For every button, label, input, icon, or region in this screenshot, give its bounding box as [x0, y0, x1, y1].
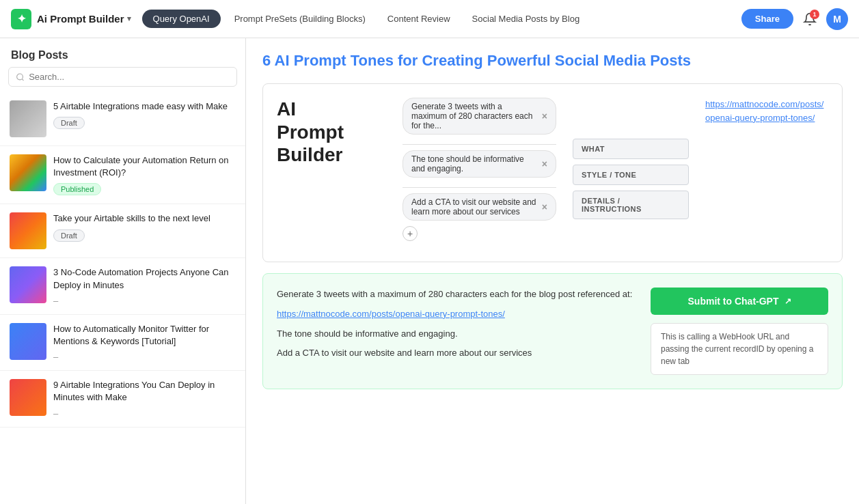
notification-badge: 1 — [810, 10, 819, 19]
prompt-tag: Generate 3 tweets with a maximum of 280 … — [403, 98, 556, 135]
list-item[interactable]: Take your Airtable skills to the next le… — [0, 204, 245, 258]
sidebar-title: Blog Posts — [0, 38, 245, 67]
app-title[interactable]: Ai Prompt Builder ▾ — [37, 13, 131, 25]
sidebar: Blog Posts 5 Airtable Integrations made … — [0, 38, 246, 504]
post-title: 9 Airtable Integrations You Can Deploy i… — [53, 379, 236, 404]
search-bar[interactable] — [8, 67, 237, 87]
generate-text-2: The tone should be informative and engag… — [277, 327, 637, 341]
generate-card: Generate 3 tweets with a maximum of 280 … — [262, 273, 843, 389]
post-title: 5 Airtable Integrations made easy with M… — [53, 100, 236, 113]
post-thumbnail — [10, 266, 46, 303]
prompt-tag: The tone should be informative and engag… — [403, 150, 556, 178]
share-button[interactable]: Share — [741, 9, 793, 29]
main-content: 6 AI Prompt Tones for Creating Powerful … — [246, 38, 859, 504]
notifications-button[interactable]: 1 — [799, 8, 821, 30]
content-review-nav-item[interactable]: Content Review — [379, 10, 459, 28]
divider — [403, 144, 556, 145]
list-item[interactable]: How to Automatically Monitor Twitter for… — [0, 315, 245, 371]
search-input[interactable] — [29, 72, 230, 82]
post-title: 3 No-Code Automation Projects Anyone Can… — [53, 266, 236, 291]
prompt-tags-area: Generate 3 tweets with a maximum of 280 … — [403, 98, 556, 248]
app-logo: ✦ — [11, 9, 31, 29]
prompt-tag: Add a CTA to visit our website and learn… — [403, 193, 556, 221]
list-item[interactable]: 3 No-Code Automation Projects Anyone Can… — [0, 258, 245, 314]
svg-point-0 — [17, 74, 23, 80]
main-layout: Blog Posts 5 Airtable Integrations made … — [0, 38, 859, 504]
list-item[interactable]: How to Calculate your Automation Return … — [0, 146, 245, 204]
remove-tag-button[interactable]: × — [542, 111, 547, 122]
prompt-builder-card: AIPromptBuilder Generate 3 tweets with a… — [262, 83, 843, 262]
prompt-presets-nav-item[interactable]: Prompt PreSets (Building Blocks) — [226, 10, 374, 28]
style-tone-field-label: STYLE / TONE — [573, 165, 689, 185]
status-badge: Draft — [53, 117, 85, 129]
divider — [403, 187, 556, 188]
list-item[interactable]: 9 Airtable Integrations You Can Deploy i… — [0, 371, 245, 427]
status-badge: Published — [53, 183, 101, 195]
prompt-builder-label: AIPromptBuilder — [277, 98, 386, 167]
what-field-label: WHAT — [573, 139, 689, 159]
post-title: How to Calculate your Automation Return … — [53, 154, 236, 179]
query-openai-nav-button[interactable]: Query OpenAI — [142, 10, 221, 28]
post-thumbnail — [10, 100, 46, 137]
generate-text-3: Add a CTA to visit our website and learn… — [277, 346, 637, 361]
webhook-note: This is calling a WebHook URL and passin… — [651, 323, 828, 375]
post-thumbnail — [10, 154, 46, 191]
details-field-label: DETAILS / INSTRUCTIONS — [573, 191, 689, 219]
post-title: Take your Airtable skills to the next le… — [53, 212, 236, 225]
list-item[interactable]: 5 Airtable Integrations made easy with M… — [0, 92, 245, 146]
search-icon — [16, 72, 25, 82]
post-status-dash: – — [53, 352, 236, 362]
generate-text-1: Generate 3 tweets with a maximum of 280 … — [277, 288, 637, 302]
post-thumbnail — [10, 212, 46, 249]
post-thumbnail — [10, 379, 46, 416]
remove-tag-button[interactable]: × — [542, 201, 547, 212]
generate-link[interactable]: https://mattnocode.com/posts/openai-quer… — [277, 309, 505, 319]
user-avatar[interactable]: M — [826, 8, 848, 30]
social-media-posts-nav-item[interactable]: Social Media Posts by Blog — [464, 10, 588, 28]
blog-posts-list: 5 Airtable Integrations made easy with M… — [0, 92, 245, 504]
chevron-down-icon: ▾ — [127, 14, 131, 23]
external-link-icon: ↗ — [785, 296, 791, 306]
post-status-dash: – — [53, 296, 236, 306]
post-thumbnail — [10, 323, 46, 360]
post-status-dash: – — [53, 408, 236, 419]
add-tag-button[interactable]: + — [403, 226, 418, 241]
app-title-text: Ai Prompt Builder — [37, 13, 124, 25]
post-title: How to Automatically Monitor Twitter for… — [53, 323, 236, 348]
blog-post-link[interactable]: https://mattnocode.com/posts/openai-quer… — [705, 99, 823, 123]
status-badge: Draft — [53, 229, 85, 242]
remove-tag-button[interactable]: × — [542, 158, 547, 169]
svg-line-1 — [22, 79, 23, 80]
submit-to-chatgpt-button[interactable]: Submit to Chat-GPT ↗ — [651, 288, 828, 315]
navbar: ✦ Ai Prompt Builder ▾ Query OpenAI Promp… — [0, 0, 859, 38]
page-title: 6 AI Prompt Tones for Creating Powerful … — [262, 52, 843, 70]
